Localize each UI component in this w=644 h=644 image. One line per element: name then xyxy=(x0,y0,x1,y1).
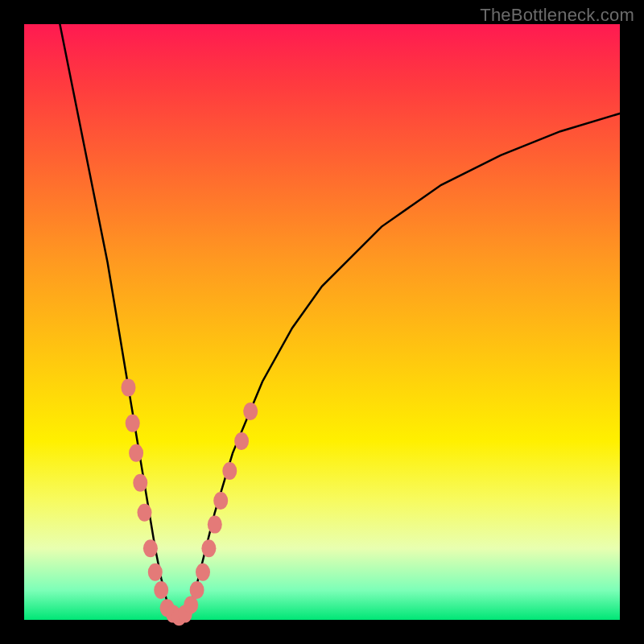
marker-point xyxy=(190,581,204,599)
marker-point xyxy=(126,415,140,432)
bottleneck-curve xyxy=(60,24,620,620)
marker-point xyxy=(208,516,222,534)
marker-point xyxy=(138,504,152,522)
curve-svg xyxy=(24,24,620,620)
marker-point xyxy=(196,564,210,581)
marker-point xyxy=(234,432,249,450)
marker-point xyxy=(122,378,136,396)
plot-area xyxy=(24,24,620,620)
sample-markers xyxy=(122,378,258,625)
marker-point xyxy=(154,581,168,599)
marker-point xyxy=(148,564,163,581)
marker-point xyxy=(201,539,216,557)
marker-point xyxy=(143,539,158,557)
marker-point xyxy=(133,474,147,492)
chart-frame: TheBottleneck.com xyxy=(0,0,644,644)
curve-path-group xyxy=(60,24,620,620)
marker-point xyxy=(222,462,237,480)
watermark-text: TheBottleneck.com xyxy=(480,5,634,26)
marker-point xyxy=(129,444,143,462)
marker-point xyxy=(243,402,258,420)
marker-point xyxy=(213,492,228,510)
